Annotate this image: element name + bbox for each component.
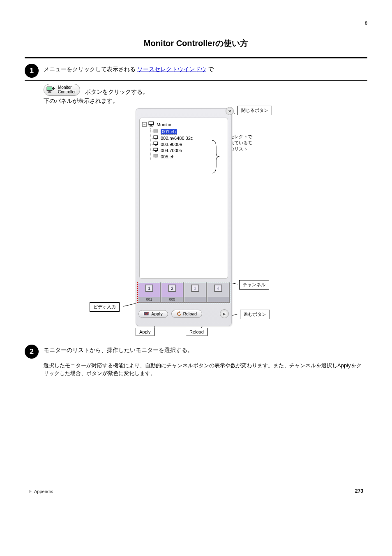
svg-rect-27: [154, 154, 158, 157]
apply-icon: [144, 312, 150, 316]
tree-collapse-icon[interactable]: −: [142, 122, 147, 127]
step-2-row: 2 モニターのリストから、操作したいモニターを選択する。: [25, 345, 367, 359]
mc-pill-label: MonitorController: [58, 86, 76, 94]
rule-step2-top: [25, 342, 367, 342]
channel-2-label: 005: [161, 297, 183, 302]
step-1-button-row: MonitorController ボタンをクリックする。: [44, 84, 367, 96]
footer-breadcrumb: Appendix: [29, 489, 53, 494]
monitor-controller-pill[interactable]: MonitorController: [44, 84, 80, 96]
svg-rect-13: [149, 122, 153, 124]
step-1-pre: メニューをクリックして表示される: [44, 66, 137, 72]
rule-top-thin: [25, 61, 367, 61]
close-button[interactable]: ✕: [226, 107, 234, 115]
brace-icon: [210, 139, 221, 174]
section-title: Monitor Controllerの使い方: [25, 38, 367, 49]
step-1-number: 1: [25, 64, 39, 78]
reload-icon: [177, 311, 182, 316]
svg-rect-14: [150, 125, 152, 126]
svg-line-9: [231, 314, 238, 316]
rule-step2-under: [25, 381, 367, 381]
monitor-icon: [153, 135, 159, 141]
rule-top-thick: [25, 57, 367, 58]
tree-root[interactable]: − Monitor: [142, 121, 225, 127]
callout-forward: 進むボタン: [240, 310, 270, 319]
page-header-num: 8: [25, 21, 367, 25]
step-2-number: 2: [25, 345, 39, 359]
forward-button[interactable]: ▶: [220, 309, 229, 318]
channel-4-index: 4: [214, 285, 222, 292]
page-footer: Appendix 273: [25, 488, 367, 494]
channel-1[interactable]: 1 001: [138, 282, 161, 303]
svg-rect-1: [47, 87, 52, 90]
svg-rect-2: [48, 91, 51, 92]
channel-1-index: 1: [145, 285, 153, 292]
tree-item-label: 001.eb: [161, 129, 177, 134]
apply-button[interactable]: Apply: [138, 310, 168, 318]
svg-rect-26: [155, 151, 157, 152]
monitor-tree: − Monitor 001.eb 002.nv6480 32c 003.9000…: [139, 118, 228, 279]
tree-item-label: 004.7000h: [161, 148, 182, 153]
close-icon: ✕: [228, 109, 231, 114]
footer-crumb-text: Appendix: [34, 489, 53, 494]
channel-3-label: [184, 297, 206, 302]
svg-rect-22: [154, 142, 157, 144]
monitor-icon: [153, 154, 159, 159]
channel-strip: 1 001 2 005 3 4: [138, 282, 230, 303]
tree-item-label: 003.9000e: [161, 142, 182, 147]
svg-rect-15: [150, 126, 153, 127]
channel-1-label: 001: [138, 297, 160, 302]
callout-reload: Reload: [186, 328, 208, 336]
channel-2[interactable]: 2 005: [161, 282, 184, 303]
footer-page-number: 273: [355, 488, 363, 494]
callout-channel: チャンネル: [239, 280, 269, 290]
svg-rect-19: [154, 136, 157, 138]
bottom-button-row: Apply Reload ▶: [138, 309, 229, 318]
step-1-text: メニューをクリックして表示される ソースセレクトウインドウ で: [44, 64, 214, 73]
tree-root-label: Monitor: [157, 122, 172, 127]
svg-line-7: [231, 283, 238, 284]
svg-rect-17: [155, 133, 157, 133]
channel-4[interactable]: 4: [207, 282, 230, 303]
callout-video-in: ビデオ入力: [90, 302, 120, 312]
svg-rect-25: [154, 148, 157, 150]
svg-rect-28: [155, 158, 157, 158]
step-1-post: で: [208, 66, 214, 72]
callout-close: 閉じるボタン: [238, 106, 272, 115]
rule-step1-under: [25, 80, 367, 81]
step-1-followup: 下のパネルが表示されます。: [44, 97, 367, 105]
channel-3-index: 3: [191, 285, 199, 292]
triangle-icon: [29, 489, 32, 493]
step-2-text: モニターのリストから、操作したいモニターを選択する。: [44, 345, 193, 354]
svg-rect-23: [155, 145, 157, 146]
tree-item-label: 005.eh: [161, 154, 175, 159]
svg-rect-16: [154, 130, 158, 132]
step-1-line2: ボタンをクリックする。: [85, 88, 148, 95]
tree-item-label: 002.nv6480 32c: [161, 136, 193, 141]
svg-rect-3: [48, 92, 51, 93]
monitor-icon: [153, 148, 159, 153]
controller-panel: ✕ − Monitor 001.eb 002.nv6480 32c: [136, 108, 232, 326]
reload-button[interactable]: Reload: [171, 310, 202, 318]
step-1-row: 1 メニューをクリックして表示される ソースセレクトウインドウ で: [25, 64, 367, 78]
monitor-plus-icon: [46, 86, 55, 94]
monitor-icon: [153, 141, 159, 147]
chevron-right-icon: ▶: [223, 312, 226, 316]
reload-label: Reload: [183, 312, 197, 316]
monitor-icon: [153, 129, 159, 134]
step-1-link[interactable]: ソースセレクトウインドウ: [137, 66, 206, 72]
channel-4-label: [208, 297, 229, 302]
tree-item-001[interactable]: 001.eb: [153, 128, 225, 135]
monitor-icon: [148, 121, 155, 127]
callout-apply: Apply: [136, 328, 154, 336]
svg-rect-20: [155, 139, 157, 139]
apply-label: Apply: [151, 312, 163, 316]
diagram-area: 閉じるボタン ソースセレクトで管理されているモニターのリスト チャンネル ビデオ…: [25, 108, 367, 338]
channel-3[interactable]: 3: [184, 282, 207, 303]
channel-2-index: 2: [168, 285, 176, 292]
step-2-paragraph: 選択したモニターが対応する機能により、自動的にチャンネルボタンの表示や数が変わり…: [44, 362, 366, 378]
